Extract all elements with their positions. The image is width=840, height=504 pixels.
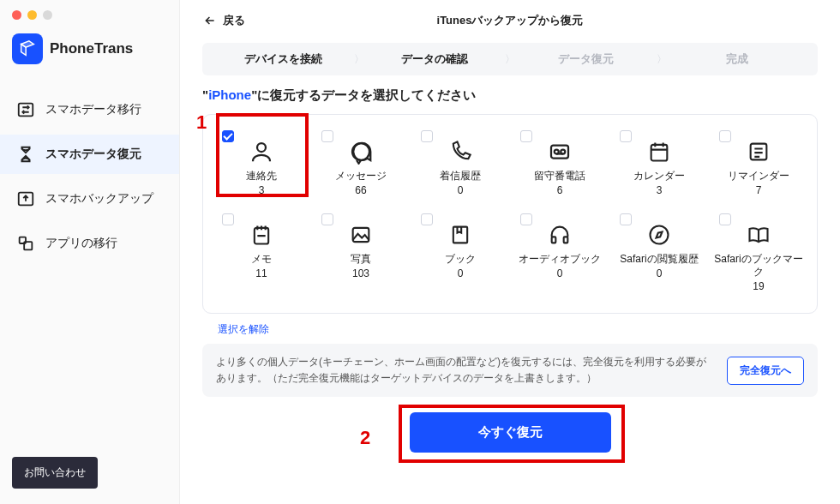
phone-icon	[442, 137, 478, 166]
checkbox[interactable]	[719, 130, 731, 142]
message-icon	[343, 137, 379, 166]
sidebar-nav: スマホデータ移行 スマホデータ復元 スマホバックアップ アプリの移行	[0, 90, 179, 263]
cell-label: カレンダー	[633, 170, 685, 183]
cell-safari-bookmarks[interactable]: Safariのブックマーク 19	[709, 210, 808, 297]
svg-point-5	[352, 143, 369, 160]
apps-icon	[16, 234, 35, 253]
back-label: 戻る	[223, 13, 245, 28]
deselect-link[interactable]: 選択を解除	[218, 322, 818, 337]
checkbox[interactable]	[321, 130, 333, 142]
cell-notes[interactable]: メモ 11	[212, 210, 311, 297]
checkbox[interactable]	[620, 213, 632, 225]
cell-count: 11	[255, 267, 267, 279]
cell-safari-history[interactable]: Safariの閲覧履歴 0	[609, 210, 709, 297]
cell-photos[interactable]: 写真 103	[311, 210, 411, 297]
sidebar-item-transfer[interactable]: スマホデータ移行	[0, 90, 179, 129]
sidebar-item-label: スマホデータ復元	[45, 147, 141, 162]
minimize-window-icon[interactable]	[27, 10, 37, 20]
hourglass-icon	[16, 145, 35, 164]
sidebar-item-backup[interactable]: スマホバックアップ	[0, 179, 179, 219]
full-restore-button[interactable]: 完全復元へ	[727, 357, 804, 385]
sidebar-item-label: アプリの移行	[45, 236, 117, 251]
calendar-icon	[641, 137, 677, 166]
main-content: 戻る iTunesバックアップから復元 デバイスを接続 〉 データの確認 〉 デ…	[180, 0, 840, 504]
transfer-icon	[16, 100, 35, 119]
svg-rect-9	[651, 145, 668, 161]
voicemail-icon	[542, 137, 578, 166]
cell-books[interactable]: ブック 0	[411, 210, 510, 297]
cell-count: 66	[355, 184, 366, 196]
cell-count: 19	[753, 280, 764, 292]
cell-voicemail[interactable]: 留守番電話 6	[510, 127, 609, 201]
restore-now-button[interactable]: 今すぐ復元	[410, 412, 611, 453]
checkbox[interactable]	[222, 130, 234, 142]
cell-contacts[interactable]: 連絡先 3	[212, 127, 311, 201]
notice: より多くの個人データ(キーチェーン、ホーム画面の配置など)を復元するには、完全復…	[202, 344, 818, 397]
cell-count: 0	[557, 267, 563, 279]
book-icon	[442, 220, 478, 249]
cell-calendar[interactable]: カレンダー 3	[609, 127, 709, 201]
cell-call-history[interactable]: 着信履歴 0	[411, 127, 510, 201]
notes-icon	[243, 220, 279, 249]
checkbox[interactable]	[520, 213, 532, 225]
step-verify: データの確認	[366, 51, 504, 67]
checkbox[interactable]	[321, 213, 333, 225]
cell-count: 3	[657, 184, 663, 196]
svg-point-4	[257, 143, 266, 152]
contact-button[interactable]: お問い合わせ	[12, 457, 98, 489]
checkbox[interactable]	[719, 213, 731, 225]
cell-reminders[interactable]: リマインダー 7	[709, 127, 808, 201]
checkbox[interactable]	[520, 130, 532, 142]
step-restore: データ復元	[517, 51, 655, 67]
checkbox[interactable]	[421, 213, 433, 225]
sidebar-item-restore[interactable]: スマホデータ復元	[0, 135, 179, 174]
compass-icon	[641, 220, 677, 249]
cell-label: メッセージ	[335, 170, 387, 183]
cell-count: 0	[458, 267, 464, 279]
cell-label: リマインダー	[728, 170, 789, 183]
sidebar-item-label: スマホデータ移行	[45, 102, 141, 117]
reminders-icon	[741, 137, 777, 166]
svg-rect-15	[564, 237, 568, 243]
cell-label: Safariの閲覧履歴	[620, 253, 698, 266]
svg-point-16	[651, 226, 669, 244]
chevron-right-icon: 〉	[352, 52, 366, 67]
svg-rect-14	[552, 237, 556, 243]
arrow-left-icon	[202, 15, 218, 27]
stepper: デバイスを接続 〉 データの確認 〉 データ復元 〉 完成	[202, 43, 818, 75]
back-button[interactable]: 戻る	[202, 13, 245, 28]
cell-count: 7	[756, 184, 762, 196]
brand-name: PhoneTrans	[50, 40, 133, 57]
titlebar: 戻る iTunesバックアップから復元	[202, 9, 818, 33]
close-window-icon[interactable]	[12, 10, 21, 20]
cell-audiobooks[interactable]: オーディオブック 0	[510, 210, 609, 297]
svg-rect-13	[453, 227, 467, 243]
cell-label: Safariのブックマーク	[711, 253, 807, 279]
cell-label: メモ	[251, 253, 272, 266]
chevron-right-icon: 〉	[503, 52, 517, 67]
bookmark-open-icon	[741, 220, 777, 249]
notice-text: より多くの個人データ(キーチェーン、ホーム画面の配置など)を復元するには、完全復…	[216, 354, 713, 387]
sidebar-item-label: スマホバックアップ	[45, 191, 153, 207]
checkbox[interactable]	[222, 213, 234, 225]
window-controls	[0, 0, 179, 25]
brand-logo-icon	[12, 33, 43, 64]
checkbox[interactable]	[421, 130, 433, 142]
svg-rect-0	[19, 104, 33, 117]
cell-label: オーディオブック	[519, 253, 601, 266]
brand: PhoneTrans	[0, 25, 179, 81]
cell-label: ブック	[445, 253, 476, 266]
sidebar-item-apps[interactable]: アプリの移行	[0, 224, 179, 263]
maximize-window-icon[interactable]	[43, 10, 52, 20]
cell-count: 6	[557, 184, 563, 196]
cell-count: 0	[657, 267, 663, 279]
cell-count: 103	[352, 267, 369, 279]
contacts-icon	[243, 137, 279, 166]
sidebar: PhoneTrans スマホデータ移行 スマホデータ復元 スマホバックアップ	[0, 0, 180, 504]
heading-device: iPhone	[208, 87, 251, 102]
heading: "iPhone"に復元するデータを選択してください	[202, 87, 818, 104]
checkbox[interactable]	[620, 130, 632, 142]
cell-label: 着信履歴	[440, 170, 481, 183]
cell-messages[interactable]: メッセージ 66	[311, 127, 411, 201]
cell-label: 連絡先	[246, 170, 277, 183]
